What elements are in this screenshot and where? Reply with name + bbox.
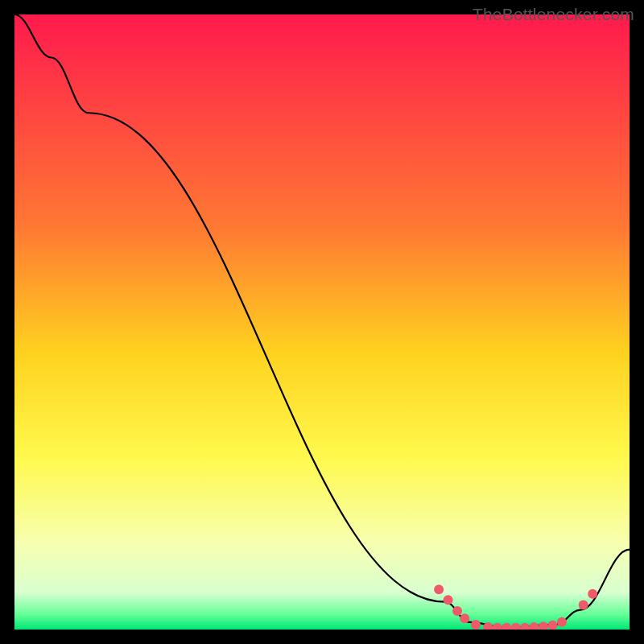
chart-background <box>14 14 630 630</box>
data-marker <box>557 617 567 627</box>
data-marker <box>434 584 444 594</box>
data-marker <box>579 600 588 609</box>
data-marker <box>460 613 469 623</box>
chart-svg <box>14 14 630 630</box>
data-marker <box>471 620 481 630</box>
data-marker <box>452 606 462 616</box>
data-marker <box>444 595 453 605</box>
watermark-text: TheBottlenecker.com <box>473 5 634 24</box>
chart-container <box>14 14 630 630</box>
data-marker <box>588 589 597 599</box>
